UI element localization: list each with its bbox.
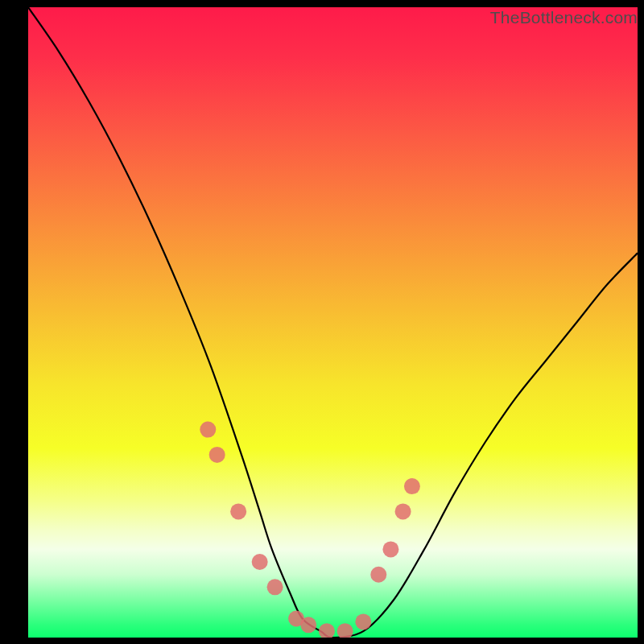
marker-dot (319, 623, 335, 638)
marker-dot (404, 478, 420, 494)
plot-area (28, 7, 638, 638)
marker-dot (209, 447, 225, 463)
marker-dot (300, 617, 316, 633)
chart-stage: TheBottleneck.com (0, 0, 644, 644)
marker-dot (267, 579, 283, 595)
marker-dot (230, 503, 246, 519)
marker-dot (355, 613, 371, 630)
watermark-text: TheBottleneck.com (490, 8, 638, 27)
marker-dot (200, 422, 216, 438)
bottleneck-curve (28, 7, 638, 638)
marker-dot (395, 503, 411, 519)
marker-dot (337, 623, 353, 638)
chart-svg (28, 7, 638, 638)
marker-dot (370, 567, 386, 583)
marker-dot (252, 554, 268, 570)
sample-markers (200, 422, 420, 638)
marker-dot (382, 541, 398, 557)
